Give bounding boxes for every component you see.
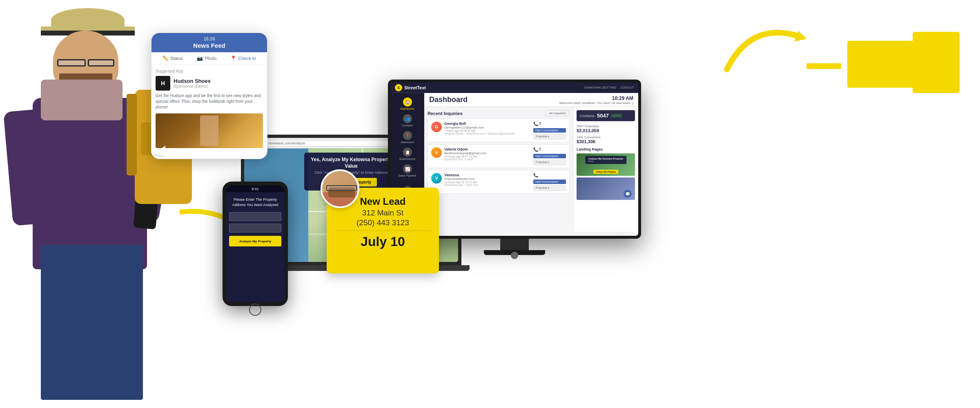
ad-sponsored-label: Sponsored (Demo) bbox=[174, 84, 211, 89]
sidebar-item-dashboard[interactable]: 🏠 Dashboard bbox=[391, 95, 424, 112]
potential-dropdown-2[interactable]: Potential ▾ bbox=[533, 160, 566, 165]
fb-news-feed-title: News Feed bbox=[156, 42, 262, 49]
potential-dropdown-3[interactable]: Potential ▾ bbox=[533, 185, 566, 191]
fb-photo-action[interactable]: 📷 Photo bbox=[197, 55, 216, 61]
fb-status-action[interactable]: ✏️ Status bbox=[163, 55, 183, 61]
inquiry-item-3: V Vanessa Chancesellteam.com 12 hours ag… bbox=[428, 170, 570, 194]
dash-nav-settings[interactable]: JONATHAN SETTING bbox=[584, 86, 616, 89]
lp-thumb-sub-1: Value bbox=[588, 160, 623, 162]
conversion-value: $301,306 bbox=[577, 139, 635, 144]
dash-top-bar: S StreetText JONATHAN SETTING LOGOUT bbox=[391, 82, 638, 93]
sidebar-item-addresses[interactable]: 📍 Addresses bbox=[391, 129, 424, 146]
inquiry-icons-1: 📞 f bbox=[533, 122, 566, 126]
contacts-stat-box: Contacts: 5047 +0.9% bbox=[577, 110, 635, 121]
landing-pages-section: Landing Pages Analyze My Kelowna Propert… bbox=[577, 147, 635, 200]
fb-checkin-action[interactable]: 📍 Check In bbox=[230, 55, 256, 61]
dash-content-area: Recent Inquiries All Inquiries G Georgia… bbox=[424, 107, 638, 232]
dash-inquiries-panel: Recent Inquiries All Inquiries G Georgia… bbox=[424, 107, 573, 232]
dash-main-content: Dashboard 10:29 AM Welcome back Jonathan… bbox=[424, 93, 638, 236]
suggested-label: Suggested App bbox=[156, 69, 263, 73]
sidebar-dashboard-label: Dashboard bbox=[400, 107, 414, 110]
new-lead-divider bbox=[335, 231, 431, 231]
social-icon-1: f bbox=[539, 122, 541, 126]
deco-yellow-rect-1 bbox=[847, 41, 915, 88]
contacts-stat-label: Contacts: bbox=[580, 114, 595, 118]
dash-clock: 10:29 AM bbox=[559, 95, 633, 101]
speech-bubble: 16:26 News Feed ✏️ Status 📷 Photo 📍 Chec… bbox=[151, 33, 274, 163]
deco-yellow-connector bbox=[806, 63, 841, 69]
inquiry-info-1: Georgia Bell Georgiabel112@gmail.com 7 h… bbox=[444, 122, 531, 135]
inquiry-info-2: Valerie Odom Besthomesbyval@gmail.com 10… bbox=[444, 147, 531, 161]
sidebar-sales-label: Sales Pipeline bbox=[398, 174, 416, 177]
new-lead-address-text: 312 Main St bbox=[335, 208, 431, 217]
deco-yellow-rect-2 bbox=[913, 32, 960, 93]
mobile-analyze-btn[interactable]: Analyze My Property bbox=[229, 236, 281, 246]
lp-thumb-btn-1: Analyze My Property bbox=[593, 170, 618, 174]
mobile-input-2[interactable] bbox=[229, 224, 281, 233]
social-icon-2: f bbox=[539, 147, 541, 152]
sidebar-contacts-label: Contacts bbox=[402, 124, 413, 127]
dash-main-header: Dashboard 10:29 AM Welcome back Jonathan… bbox=[424, 93, 638, 107]
had-conv-btn-1[interactable]: Had Conversation bbox=[533, 128, 566, 133]
mobile-screen: 9:41 Please Enter The Property Address Y… bbox=[226, 186, 285, 302]
sales-icon: 📈 bbox=[403, 164, 412, 173]
ad-logo: H bbox=[156, 76, 170, 91]
streettext-logo-text: StreetText bbox=[404, 85, 426, 90]
addresses-icon: 📍 bbox=[403, 131, 412, 140]
mobile-status-bar: 9:41 bbox=[226, 186, 285, 192]
inquiry-time-2: 10 hours ago at 07:11 AM bbox=[444, 155, 531, 158]
recent-inquiries-title: Recent Inquiries bbox=[428, 111, 463, 116]
contacts-stat-count: 5047 bbox=[597, 113, 609, 119]
phone-icon-2: 📞 bbox=[533, 147, 538, 152]
landing-page-thumb-1[interactable]: Analyze My Kelowna Property Value Analyz… bbox=[577, 153, 635, 176]
had-conv-btn-2[interactable]: Had Conversation bbox=[533, 154, 566, 158]
inquiry-time-1: 7 hours ago at 09:51 AM bbox=[444, 129, 531, 132]
mobile-form-title-text: Please Enter The Property Address You Wa… bbox=[229, 197, 281, 207]
person-scarf bbox=[41, 80, 122, 120]
dash-time-area: 10:29 AM Welcome back Jonathan. You have… bbox=[559, 95, 633, 105]
sidebar-submissions-label: Submissions bbox=[399, 157, 416, 160]
person-glasses bbox=[57, 59, 86, 67]
all-inquiries-btn[interactable]: All Inquiries bbox=[546, 110, 570, 116]
inquiry-email-1: Georgiabel112@gmail.com bbox=[444, 126, 531, 129]
potentials-stat: 5047 Potentials $3,013,059 bbox=[577, 124, 635, 133]
potential-dropdown-1[interactable]: Potential ▾ bbox=[533, 134, 566, 140]
ad-image bbox=[156, 113, 263, 148]
inquiry-name-1: Georgia Bell bbox=[444, 122, 531, 126]
conversion-stat: 19% Conversion $301,306 bbox=[577, 135, 635, 144]
sidebar-item-submissions[interactable]: 📋 Submissions bbox=[391, 146, 424, 162]
sidebar-item-contacts[interactable]: 👥 Contacts bbox=[391, 112, 424, 129]
inquiry-detail-2: StreetText.com > ment bbox=[444, 158, 531, 161]
ad-company-info: Hudson Shoes Sponsored (Demo) bbox=[174, 78, 211, 89]
inquiry-avatar-3: V bbox=[431, 173, 442, 184]
checkin-icon: 📍 bbox=[230, 55, 236, 61]
inquiries-header: Recent Inquiries All Inquiries bbox=[428, 110, 570, 116]
mobile-input-1[interactable] bbox=[229, 212, 281, 221]
contacts-stat-change: +0.9% bbox=[610, 113, 622, 118]
new-lead-date-text: July 10 bbox=[335, 234, 431, 249]
phone-icon-3: 📞 bbox=[533, 173, 538, 177]
inquiry-actions-1: 📞 f Had Conversation Potential ▾ bbox=[533, 122, 566, 140]
phone-home-button[interactable] bbox=[249, 304, 261, 316]
had-conv-btn-3[interactable]: Had Conversation bbox=[533, 180, 566, 184]
inquiry-icons-3: 📞 bbox=[533, 173, 566, 177]
status-icon: ✏️ bbox=[163, 55, 169, 61]
sidebar-addresses-label: Addresses bbox=[401, 141, 414, 144]
landing-page-thumb-2[interactable]: 💬 bbox=[577, 177, 635, 200]
person-jeans bbox=[41, 245, 143, 400]
dash-logo-area: S StreetText bbox=[395, 84, 426, 91]
potentials-value: $3,013,059 bbox=[577, 128, 635, 133]
landing-pages-title: Landing Pages bbox=[577, 147, 635, 151]
ad-company-name: Hudson Shoes bbox=[174, 78, 211, 84]
ad-header: H Hudson Shoes Sponsored (Demo) bbox=[156, 76, 263, 91]
fb-ad-section: Suggested App H Hudson Shoes Sponsored (… bbox=[151, 65, 267, 152]
inquiry-detail-3: StreetText.com > Test Your bbox=[444, 184, 531, 186]
dash-nav-logout[interactable]: LOGOUT bbox=[620, 86, 634, 89]
dash-main-title: Dashboard bbox=[429, 95, 468, 104]
chat-icon: 💬 bbox=[625, 192, 630, 196]
inquiry-name-2: Valerie Odom bbox=[444, 147, 531, 151]
inquiry-actions-2: 📞 f Had Conversation Potential ▾ bbox=[533, 147, 566, 165]
photo-icon: 📷 bbox=[197, 55, 203, 61]
fb-time: 16:26 bbox=[156, 36, 262, 41]
sidebar-item-sales[interactable]: 📈 Sales Pipeline bbox=[391, 162, 424, 179]
